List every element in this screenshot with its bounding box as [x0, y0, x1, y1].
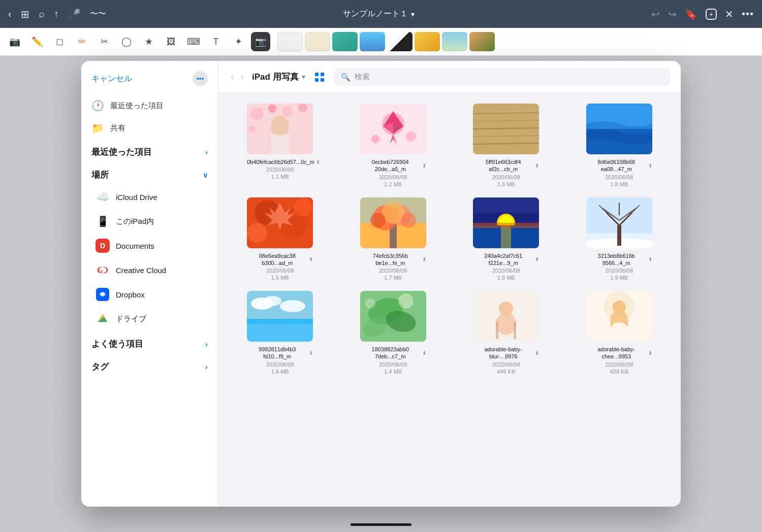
tool-shapes[interactable]: ◯	[117, 32, 136, 51]
more-icon[interactable]: •••	[742, 8, 754, 20]
tool-pen[interactable]: ✏️	[27, 32, 47, 51]
file-thumbnail	[360, 104, 426, 154]
file-item[interactable]: 8d6e06108b68 ea09...47_m ⬇ 2020/06/08 1.…	[568, 104, 671, 187]
tool-annotate[interactable]: 📷	[5, 32, 24, 51]
tool-camera[interactable]: 📷	[251, 32, 270, 51]
cloud-status-icon: ⬇	[309, 350, 313, 356]
cancel-button[interactable]: キャンセル	[91, 74, 132, 84]
page-title[interactable]: サンプルノート１	[343, 9, 408, 19]
cloud-status-icon: ⬇	[422, 162, 426, 169]
sidebar-section-places[interactable]: 場所 ∨	[81, 162, 218, 185]
section-places-label: 場所	[91, 169, 109, 181]
tool-star[interactable]: ★	[139, 32, 158, 51]
section-favorites-chevron: ›	[205, 340, 208, 348]
file-item[interactable]: 0b40fefcac6b26d57...0c_m ⬇ 2020/06/08 1.…	[229, 104, 332, 187]
file-name: 0b40fefcac6b26d57...0c_m ⬇	[247, 158, 313, 165]
sidebar-item-icloud[interactable]: ☁️ iCloud Drive	[81, 185, 218, 209]
clock-icon: 🕐	[91, 99, 104, 112]
sidebar-item-dropbox[interactable]: Dropbox	[81, 282, 218, 307]
sidebar-item-creative-cloud[interactable]: Cc Creative Cloud	[81, 258, 218, 282]
svg-point-89	[365, 298, 375, 309]
svg-rect-17	[315, 78, 319, 82]
svg-text:Cc: Cc	[98, 269, 104, 273]
nav-forward-arrow[interactable]: ›	[239, 71, 246, 83]
file-item[interactable]: 08e6ea9cac38 b300...ad_m ⬇ 2020/06/08 1.…	[229, 197, 332, 281]
file-item[interactable]: adorable-baby-chee...9953 ⬇ 2020/06/08 4…	[568, 291, 671, 375]
thumb-5[interactable]	[387, 32, 412, 51]
svg-rect-61	[473, 197, 539, 213]
wave-icon[interactable]: 〜〜	[90, 9, 106, 19]
cloud-status-icon: ⬇	[648, 162, 652, 169]
documents-icon: D	[96, 239, 110, 253]
search-icon[interactable]: ⌕	[39, 8, 45, 20]
thumb-8[interactable]	[469, 32, 495, 51]
close-icon[interactable]: ✕	[725, 8, 734, 20]
location-title[interactable]: iPad 用写真 ▾	[252, 71, 305, 83]
tool-lasso[interactable]: ✂	[94, 32, 114, 51]
file-thumbnail	[360, 291, 426, 342]
svg-point-24	[248, 125, 256, 132]
file-item[interactable]: 240a4c2af7c61 f221e...9_m ⬇ 2020/06/08 1…	[455, 197, 558, 281]
icloud-icon: ☁️	[96, 190, 110, 204]
grid-icon[interactable]: ⊞	[21, 8, 29, 20]
bookmark-icon[interactable]: 🔖	[685, 8, 697, 20]
svg-rect-95	[496, 321, 498, 339]
share-icon[interactable]: ↑	[54, 8, 59, 20]
tool-keyboard[interactable]: ⌨	[184, 32, 203, 51]
svg-point-58	[370, 213, 386, 228]
tool-eraser[interactable]: ◻	[50, 32, 69, 51]
file-date: 2020/06/08	[605, 268, 633, 274]
undo-icon[interactable]: ↩	[651, 8, 660, 20]
sidebar-section-tags[interactable]: タグ ›	[81, 354, 218, 377]
sidebar-item-shared[interactable]: 📁 共有	[81, 117, 218, 139]
view-toggle-button[interactable]	[311, 69, 328, 85]
tool-highlighter[interactable]: ✏	[72, 32, 91, 51]
file-name: 240a4c2af7c61 f221e...9_m ⬇	[473, 252, 539, 267]
ipad-icon: 📱	[96, 214, 110, 228]
sidebar-item-drive[interactable]: ドライブ	[81, 307, 218, 331]
thumb-6[interactable]	[415, 32, 440, 51]
file-date: 2020/06/08	[492, 268, 520, 274]
file-item[interactable]: 0ecbeb726904 20de...a5_m ⬇ 2020/06/08 1.…	[342, 104, 445, 187]
thumb-1[interactable]	[277, 32, 303, 51]
add-page-icon[interactable]: +	[706, 9, 717, 20]
file-item[interactable]: 74efcb3c356b be1e...fe_m ⬇ 2020/06/08 1.…	[342, 197, 445, 281]
thumb-2[interactable]	[305, 32, 330, 51]
main-content: ‹ › iPad 用写真 ▾ 🔍 検索	[218, 61, 681, 507]
file-thumbnail	[586, 197, 652, 248]
cloud-status-icon: ⬇	[422, 256, 426, 262]
thumb-3[interactable]	[332, 32, 358, 51]
toolbar-left: ‹ ⊞ ⌕ ↑ 🎤 〜〜	[8, 8, 106, 20]
sidebar-section-favorites[interactable]: よく使う項目 ›	[81, 331, 218, 354]
file-name: 9992811db4b3 fd10...f9_m ⬇	[247, 346, 313, 360]
back-icon[interactable]: ‹	[8, 8, 12, 20]
sidebar-item-recent-used[interactable]: 🕐 最近使った項目	[81, 94, 218, 117]
title-chevron[interactable]: ▾	[411, 10, 415, 18]
mic-icon[interactable]: 🎤	[68, 8, 81, 20]
tool-magic[interactable]: ✦	[229, 32, 248, 51]
cloud-status-icon: ⬇	[535, 162, 539, 169]
file-item[interactable]: 3213eb8b616b 9566...4_m ⬇ 2020/06/08 1.9…	[568, 197, 671, 281]
file-name: 8d6e06108b68 ea09...47_m ⬇	[586, 158, 652, 173]
file-date: 2020/06/08	[605, 174, 633, 180]
redo-icon[interactable]: ↪	[668, 8, 677, 20]
svg-point-34	[371, 135, 379, 143]
svg-point-35	[406, 131, 416, 142]
file-date: 2020/06/08	[379, 361, 407, 368]
thumb-7[interactable]	[442, 32, 467, 51]
tool-image[interactable]: 🖼	[162, 32, 181, 51]
file-item[interactable]: adorable-baby-blur-...9976 ⬇ 2020/06/08 …	[455, 291, 558, 375]
sidebar-item-ipad[interactable]: 📱 このiPad内	[81, 209, 218, 234]
file-item[interactable]: 18038823abb0 7deb...c7_m ⬇ 2020/06/08 1.…	[342, 291, 445, 375]
nav-back-arrow[interactable]: ‹	[229, 71, 236, 83]
file-item[interactable]: 9992811db4b3 fd10...f9_m ⬇ 2020/06/08 1.…	[229, 291, 332, 375]
sidebar-item-documents[interactable]: D Documents	[81, 234, 218, 258]
thumb-4[interactable]	[360, 32, 385, 51]
sidebar-section-recent[interactable]: 最近使った項目 ›	[81, 139, 218, 162]
svg-rect-15	[315, 73, 319, 76]
tool-text[interactable]: T	[206, 32, 226, 51]
sidebar-options-button[interactable]: •••	[193, 71, 208, 86]
file-item[interactable]: 5ff91e663cdf4 af2c...cb_m ⬇ 2020/06/08 1…	[455, 104, 558, 187]
search-box[interactable]: 🔍 検索	[334, 68, 671, 86]
file-thumbnail	[586, 104, 652, 154]
